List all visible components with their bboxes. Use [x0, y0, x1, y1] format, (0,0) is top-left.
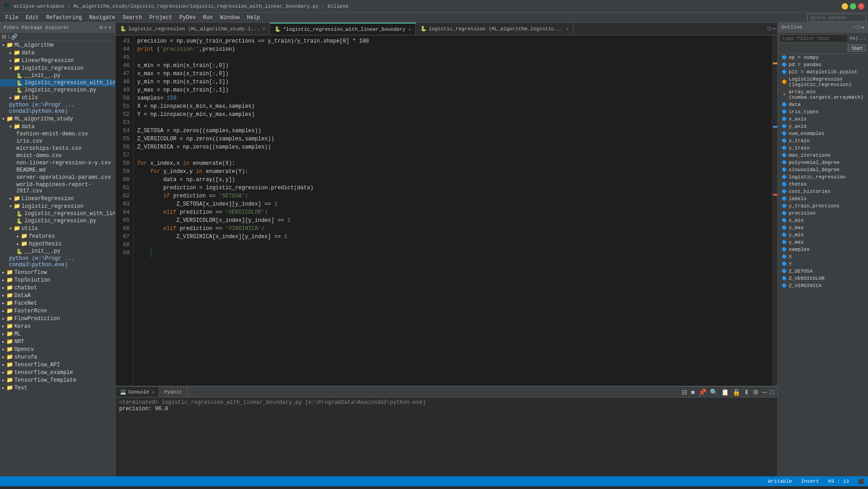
- sidebar-item-ml-algorithm[interactable]: ▾ 📁 ML_algorithm: [0, 41, 115, 49]
- tab-close-1[interactable]: ✕: [262, 26, 265, 32]
- sidebar-item-logistic-regression-2[interactable]: ▾ 📁 logistic_regression: [0, 202, 115, 210]
- outline-item-x-min[interactable]: 🔷 x_min: [778, 217, 868, 224]
- sidebar-item-logistic-regression-1[interactable]: ▾ 📁 logistic_regression: [0, 64, 115, 72]
- console-stop-btn[interactable]: ■: [690, 388, 696, 396]
- sidebar-item-server-csv[interactable]: server-operational-params.csv: [0, 174, 115, 181]
- console-tab-console[interactable]: 💻 Console ✕: [116, 387, 159, 397]
- sidebar-item-lr-boundary-2[interactable]: 🐍 logistic_regression_with_linear_bounda…: [0, 210, 115, 217]
- sidebar-item-tensorflow[interactable]: ▸ 📁 Tensorflow: [0, 268, 115, 276]
- sidebar-item-nmt[interactable]: ▸ 📁 NMT: [0, 338, 115, 345]
- sidebar-item-ml-study[interactable]: ▾ 📁 ML_algorithm_study: [0, 115, 115, 123]
- sidebar-item-fasterrcnn[interactable]: ▸ 📁 FasterRcnn: [0, 307, 115, 315]
- console-pin-btn[interactable]: 📌: [697, 388, 708, 396]
- outline-filter-input[interactable]: [780, 34, 848, 43]
- window-controls[interactable]: ─ □ ✕: [842, 3, 864, 10]
- outline-item-y-max[interactable]: 🔷 y_max: [778, 239, 868, 246]
- tab-minimize-icon[interactable]: ─: [772, 26, 776, 32]
- sidebar-item-world-csv[interactable]: world-happiness-report-2017.csv: [0, 181, 115, 195]
- console-copy-btn[interactable]: 📋: [720, 388, 730, 396]
- outline-item-iris-types[interactable]: 🔷 iris_types: [778, 108, 868, 115]
- tab-menu-icon[interactable]: □: [768, 26, 771, 32]
- outline-item-logistic-regression-class[interactable]: 🔶 LogisticRegression (logistic_regressio…: [778, 76, 868, 88]
- sidebar-item-utils-2[interactable]: ▾ 📁 utils: [0, 225, 115, 232]
- sidebar-item-data-2[interactable]: ▾ 📁 data: [0, 123, 115, 130]
- outline-item-y-min[interactable]: 🔷 y_min: [778, 231, 868, 239]
- outline-item-y-var[interactable]: 🔷 Y: [778, 260, 868, 268]
- outline-item-cost-histories[interactable]: 🔷 cost_histories: [778, 188, 868, 195]
- sidebar-item-test[interactable]: ▸ 📁 Test: [0, 384, 115, 392]
- sidebar-item-shurufa[interactable]: ▸ 📁 shurufa: [0, 353, 115, 361]
- menu-search[interactable]: Search: [119, 14, 145, 22]
- outline-item-num-examples[interactable]: 🔷 num_examples: [778, 130, 868, 137]
- console-search-btn[interactable]: 🔍: [709, 388, 719, 396]
- outline-item-pd[interactable]: 🔷 pd = pandas: [778, 61, 868, 68]
- sidebar-collapse-icon[interactable]: ⊟: [100, 24, 103, 30]
- outline-item-z-versicolor[interactable]: 🔷 Z_VERSICOLOR: [778, 275, 868, 282]
- outline-item-samples[interactable]: 🔷 samples: [778, 246, 868, 253]
- sidebar-item-topsolution[interactable]: ▸ 📁 TopSolution: [0, 276, 115, 284]
- sidebar-close-icon[interactable]: ✕: [108, 24, 111, 30]
- console-scroll-end-btn[interactable]: ⬇: [743, 388, 751, 396]
- sidebar-tool-btn-1[interactable]: ⊟: [2, 34, 6, 40]
- sidebar-item-opencv[interactable]: ▸ 📁 Opencv: [0, 345, 115, 353]
- outline-item-array-min[interactable]: 🔸 array_min (numba.targets.arraymath): [778, 88, 868, 101]
- console-tab-close[interactable]: ✕: [152, 389, 154, 395]
- outline-item-data[interactable]: 🔷 data: [778, 101, 868, 108]
- outline-item-x-axis[interactable]: 🔷 x_axis: [778, 115, 868, 123]
- outline-item-precision[interactable]: 🔷 precision: [778, 210, 868, 217]
- sidebar-item-init-1[interactable]: 🐍 __init__.py: [0, 72, 115, 79]
- sidebar-item-ml[interactable]: ▸ 📁 ML: [0, 330, 115, 338]
- tab-logistic-boundary[interactable]: 🐍 *logistic_regression_with_linear_bound…: [270, 23, 416, 35]
- menu-project[interactable]: Project: [146, 14, 176, 22]
- console-tab-pyunit[interactable]: PyUnit: [159, 387, 187, 397]
- code-text[interactable]: precision = np.sum(y_train_prections == …: [134, 35, 772, 386]
- menu-window[interactable]: Window: [217, 14, 243, 22]
- outline-item-np[interactable]: 🔷 np = numpy: [778, 54, 868, 61]
- console-minimize-btn[interactable]: ─: [761, 388, 768, 396]
- tab-logistic-regression-ml2[interactable]: 🐍 logistic_regression (ML_algorithm.logi…: [416, 23, 574, 35]
- sidebar-item-microchips-csv[interactable]: microchips-tests.csv: [0, 145, 115, 152]
- sidebar-item-chatbot[interactable]: ▸ 📁 chatbot: [0, 284, 115, 292]
- sidebar-item-features[interactable]: ▸ 📁 features: [0, 232, 115, 240]
- sidebar-item-mnist-csv[interactable]: mnist-demo.csv: [0, 152, 115, 159]
- menu-edit[interactable]: Edit: [22, 14, 43, 22]
- outline-item-z-setosa[interactable]: 🔷 Z_SETOSA: [778, 268, 868, 275]
- console-clear-btn[interactable]: ⊟: [680, 388, 689, 396]
- outline-item-logistic-regression-var[interactable]: 🔷 logistic_regression: [778, 173, 868, 181]
- menu-pydev[interactable]: PyDev: [176, 14, 199, 22]
- outline-item-x-train[interactable]: 🔷 x_train: [778, 137, 868, 144]
- outline-item-x-var[interactable]: 🔷 X: [778, 253, 868, 260]
- outline-item-z-virginica[interactable]: 🔷 Z_VIRGINICA: [778, 282, 868, 289]
- sidebar-item-fashion-csv[interactable]: fashion-mnist-demo.csv: [0, 130, 115, 138]
- tab-logistic-regression-ml[interactable]: 🐍 logistic_regression (ML_algorithm_stud…: [116, 23, 270, 35]
- outline-start-button[interactable]: Start: [848, 44, 866, 52]
- sidebar-item-flowprediction[interactable]: ▸ 📁 FlowPrediction: [0, 315, 115, 322]
- outline-item-y-train-prections[interactable]: 🔷 y_train_prections: [778, 202, 868, 210]
- maximize-button[interactable]: □: [850, 3, 856, 10]
- sidebar-item-keras[interactable]: ▸ 📁 Keras: [0, 322, 115, 330]
- sidebar-menu-icon[interactable]: ▾: [104, 24, 107, 30]
- menu-run[interactable]: Run: [199, 14, 217, 22]
- sidebar-item-hypothesis[interactable]: ▸ 📁 hypothesis: [0, 240, 115, 248]
- sidebar-item-init-2[interactable]: 🐍 __init__.py: [0, 248, 115, 255]
- sidebar-item-logistic-boundary-file[interactable]: 🐍 logistic_regression_with_linear_bounda…: [0, 79, 115, 86]
- console-scroll-lock-btn[interactable]: 🔒: [731, 388, 742, 396]
- sidebar-item-dataa[interactable]: ▸ 📁 DataA: [0, 292, 115, 299]
- outline-item-polynomial-degree[interactable]: 🔷 polynomial_degree: [778, 159, 868, 166]
- sidebar-item-python-1[interactable]: python (e:\Progr ... conda3\python.exe): [0, 101, 115, 115]
- sidebar-item-tensorflow-api[interactable]: ▸ 📁 Tensorflow_API: [0, 361, 115, 369]
- menu-refactoring[interactable]: Refactoring: [43, 14, 86, 22]
- outline-item-x-max[interactable]: 🔷 x_max: [778, 224, 868, 231]
- console-maximize-btn[interactable]: □: [769, 388, 776, 396]
- sidebar-item-linearregression-1[interactable]: ▸ 📁 LinearRegression: [0, 57, 115, 64]
- tab-close-3[interactable]: ✕: [566, 26, 569, 32]
- sidebar-item-tensorflow-template[interactable]: ▸ 📁 Tensorflow_Template: [0, 376, 115, 384]
- code-editor[interactable]: 4344454647484950515253545556575859606162…: [116, 35, 772, 386]
- outline-close-icon[interactable]: ✕: [861, 24, 864, 30]
- sidebar-item-python-2[interactable]: python (e:\Progr ... conda3\python.exe): [0, 255, 115, 268]
- sidebar-item-utils-1[interactable]: ▸ 📁 utils: [0, 94, 115, 101]
- outline-item-thetas[interactable]: 🔷 thetas: [778, 181, 868, 188]
- outline-item-y-train[interactable]: 🔷 y_train: [778, 144, 868, 152]
- sidebar-tool-btn-3[interactable]: 🔗: [11, 34, 18, 40]
- sidebar-item-tensorflow-example[interactable]: ▸ 📁 tensorflow_example: [0, 369, 115, 376]
